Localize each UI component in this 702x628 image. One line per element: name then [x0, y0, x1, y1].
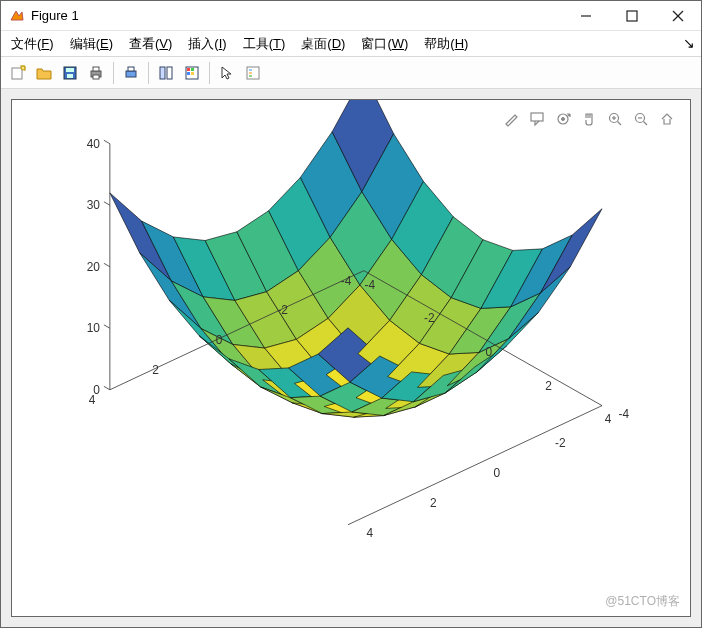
- svg-rect-14: [160, 67, 165, 79]
- svg-text:30: 30: [87, 198, 101, 212]
- toolbar-separator: [209, 62, 210, 84]
- close-button[interactable]: [655, 1, 701, 31]
- svg-rect-15: [167, 67, 172, 79]
- axes[interactable]: 010203040-4-2024-4-2024-4-2024 @51CTO博客: [11, 99, 691, 617]
- svg-text:40: 40: [87, 137, 101, 151]
- svg-rect-20: [191, 72, 194, 75]
- surface-plot: 010203040-4-2024-4-2024-4-2024: [12, 100, 690, 616]
- insert-legend-icon[interactable]: [242, 62, 264, 84]
- svg-text:2: 2: [545, 379, 552, 393]
- menu-view[interactable]: 查看(V): [129, 35, 172, 53]
- svg-text:0: 0: [494, 466, 501, 480]
- svg-text:4: 4: [367, 526, 374, 540]
- new-figure-icon[interactable]: [7, 62, 29, 84]
- svg-rect-13: [128, 67, 134, 71]
- svg-text:4: 4: [605, 412, 612, 426]
- menu-tools[interactable]: 工具(T): [243, 35, 286, 53]
- svg-text:-2: -2: [555, 436, 566, 450]
- svg-text:-4: -4: [365, 278, 376, 292]
- menubar: 文件(F) 编辑(E) 查看(V) 插入(I) 工具(T) 桌面(D) 窗口(W…: [1, 31, 701, 57]
- link-icon[interactable]: [155, 62, 177, 84]
- svg-line-104: [104, 325, 110, 328]
- svg-rect-7: [66, 68, 74, 72]
- menu-desktop[interactable]: 桌面(D): [301, 35, 345, 53]
- svg-rect-8: [67, 74, 73, 78]
- menu-insert[interactable]: 插入(I): [188, 35, 226, 53]
- svg-rect-21: [247, 67, 259, 79]
- svg-text:0: 0: [486, 345, 493, 359]
- svg-text:-2: -2: [277, 303, 288, 317]
- svg-text:20: 20: [87, 260, 101, 274]
- toolbar-separator: [148, 62, 149, 84]
- maximize-button[interactable]: [609, 1, 655, 31]
- colorbar-icon[interactable]: [181, 62, 203, 84]
- svg-point-5: [21, 66, 25, 70]
- svg-rect-18: [191, 68, 194, 71]
- svg-rect-10: [93, 67, 99, 71]
- print-icon[interactable]: [85, 62, 107, 84]
- svg-line-103: [104, 386, 110, 389]
- svg-text:4: 4: [89, 393, 96, 407]
- matlab-logo-icon: [9, 8, 25, 24]
- svg-rect-4: [12, 68, 22, 79]
- dock-arrow-icon[interactable]: ↘: [683, 35, 695, 51]
- print-preview-icon[interactable]: [120, 62, 142, 84]
- svg-text:0: 0: [216, 333, 223, 347]
- save-icon[interactable]: [59, 62, 81, 84]
- svg-line-105: [104, 263, 110, 266]
- svg-rect-19: [187, 72, 190, 75]
- svg-text:2: 2: [430, 496, 437, 510]
- watermark: @51CTO博客: [605, 593, 680, 610]
- svg-text:10: 10: [87, 321, 101, 335]
- toolbar-separator: [113, 62, 114, 84]
- menu-edit[interactable]: 编辑(E): [70, 35, 113, 53]
- toolbar: [1, 57, 701, 89]
- menu-help[interactable]: 帮助(H): [424, 35, 468, 53]
- svg-rect-11: [93, 75, 99, 79]
- svg-text:-4: -4: [341, 274, 352, 288]
- svg-rect-1: [627, 11, 637, 21]
- svg-rect-17: [187, 68, 190, 71]
- svg-line-101: [348, 406, 602, 525]
- svg-text:2: 2: [152, 363, 159, 377]
- svg-line-107: [104, 140, 110, 143]
- window-title: Figure 1: [31, 8, 563, 23]
- svg-rect-12: [126, 71, 136, 77]
- pointer-icon[interactable]: [216, 62, 238, 84]
- open-icon[interactable]: [33, 62, 55, 84]
- svg-text:-4: -4: [619, 407, 630, 421]
- menu-window[interactable]: 窗口(W): [361, 35, 408, 53]
- svg-line-106: [104, 202, 110, 205]
- titlebar: Figure 1: [1, 1, 701, 31]
- minimize-button[interactable]: [563, 1, 609, 31]
- figure-area: 010203040-4-2024-4-2024-4-2024 @51CTO博客: [1, 89, 701, 627]
- svg-text:-2: -2: [424, 311, 435, 325]
- menu-file[interactable]: 文件(F): [11, 35, 54, 53]
